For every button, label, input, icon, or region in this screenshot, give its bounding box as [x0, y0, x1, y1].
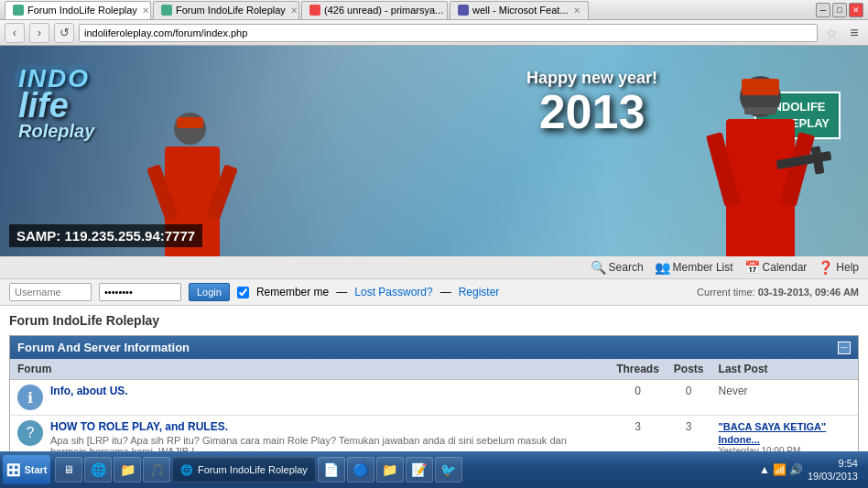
- tray-date: 19/03/2013: [808, 470, 858, 483]
- remember-me-label: Remember me: [256, 286, 329, 298]
- taskbar: ⊞ Start 🖥 🌐 📁 🎵 🌐 Forum IndoLife Rolepla…: [0, 451, 868, 488]
- last-post-cell-1: "BACA SAYA KETIGA" Indone... Yesterday 1…: [711, 416, 858, 452]
- username-input[interactable]: [9, 283, 92, 301]
- volume-tray-icon[interactable]: 🔊: [789, 463, 803, 476]
- tab-2[interactable]: Forum IndoLife Roleplay ✕: [153, 1, 299, 19]
- minimize-button[interactable]: ─: [816, 3, 830, 17]
- forum-name-cell-1: ? HOW TO ROLE PLAY, and RULES. Apa sih […: [10, 416, 609, 452]
- tab-favicon-3: [309, 5, 320, 16]
- tab-1[interactable]: Forum IndoLife Roleplay ✕: [5, 1, 151, 19]
- forward-button[interactable]: ›: [29, 23, 49, 43]
- browser-menu-icon[interactable]: ≡: [845, 24, 863, 42]
- tab-favicon-1: [13, 5, 24, 16]
- refresh-button[interactable]: ↺: [54, 23, 74, 43]
- login-button[interactable]: Login: [189, 283, 230, 301]
- samp-address: SAMP: 119.235.255.94:7777: [9, 224, 202, 247]
- threads-col-header: Threads: [609, 359, 667, 380]
- taskbar-forum-app[interactable]: 🌐 Forum IndoLife Roleplay: [172, 457, 316, 483]
- tab-favicon-4: [458, 5, 469, 16]
- tray-clock[interactable]: 9:54 19/03/2013: [808, 457, 858, 483]
- taskbar-app-5[interactable]: 📝: [406, 457, 433, 483]
- ie-button[interactable]: 🌐: [84, 457, 112, 483]
- posts-count-0: 0: [667, 380, 711, 416]
- page-title: Forum IndoLife Roleplay: [9, 313, 859, 328]
- taskbar-app-4[interactable]: 📁: [376, 457, 404, 483]
- tab-label-3: (426 unread) - primarsya...: [324, 5, 443, 16]
- show-desktop-button[interactable]: 🖥: [55, 457, 82, 483]
- last-post-cell-0: Never: [711, 380, 858, 416]
- section-header: Forum And Server Information ─: [10, 336, 858, 359]
- forum-col-header: Forum: [10, 359, 609, 380]
- search-icon: 🔍: [591, 260, 606, 275]
- member-list-icon: 👥: [655, 260, 670, 275]
- taskbar-app-label-1: Forum IndoLife Roleplay: [198, 464, 308, 475]
- table-header-row: Forum Threads Posts Last Post: [10, 359, 858, 380]
- explorer-button[interactable]: 📁: [114, 457, 141, 483]
- title-bar: Forum IndoLife Roleplay ✕ Forum IndoLife…: [0, 0, 868, 20]
- forum-table: Forum Threads Posts Last Post ℹ Info, ab…: [10, 359, 858, 451]
- tab-label-4: well - Microsot Feat...: [472, 5, 569, 16]
- table-row: ? HOW TO ROLE PLAY, and RULES. Apa sih […: [10, 416, 858, 452]
- last-post-link-1[interactable]: "BACA SAYA KETIGA" Indone...: [719, 421, 827, 445]
- section-title: Forum And Server Information: [17, 341, 190, 354]
- forum-name-1[interactable]: HOW TO ROLE PLAY, and RULES.: [50, 420, 228, 433]
- register-link[interactable]: Register: [459, 286, 500, 298]
- logo: INDO life Roleplay: [18, 64, 94, 142]
- calendar-nav-item[interactable]: 📅 Calendar: [744, 260, 808, 275]
- taskbar-app-6[interactable]: 🐦: [435, 457, 462, 483]
- taskbar-app-3[interactable]: 🔵: [347, 457, 374, 483]
- search-nav-item[interactable]: 🔍 Search: [591, 260, 644, 275]
- calendar-icon: 📅: [744, 260, 760, 275]
- forum-type-icon-0: ℹ: [17, 385, 43, 410]
- tray-icon-1[interactable]: ▲: [759, 463, 770, 476]
- forum-section: Forum And Server Information ─ Forum Thr…: [9, 335, 859, 451]
- close-button[interactable]: ✕: [849, 3, 863, 17]
- forum-desc-1: Apa sih [LRP itu? Apa sih RP itu? Gimana…: [50, 435, 602, 451]
- tab-close-4[interactable]: ✕: [573, 5, 580, 16]
- taskbar-app-2[interactable]: 📄: [318, 457, 345, 483]
- tab-close-1[interactable]: ✕: [142, 5, 149, 16]
- threads-count-0: 0: [609, 380, 667, 416]
- character-2: [726, 76, 795, 256]
- tab-label-1: Forum IndoLife Roleplay: [27, 5, 137, 16]
- last-post-never-0: Never: [719, 385, 748, 397]
- back-button[interactable]: ‹: [5, 23, 25, 43]
- lost-password-link[interactable]: Lost Password?: [354, 286, 432, 298]
- remember-me-checkbox[interactable]: [237, 287, 249, 298]
- happy-new-year-text: Happy new year! 2013: [526, 69, 657, 136]
- tray-time: 9:54: [808, 457, 858, 470]
- tab-3[interactable]: (426 unread) - primarsya... ✕: [301, 1, 448, 19]
- forum-banner: INDO life Roleplay Happy new year! 2013 …: [0, 46, 868, 256]
- help-icon: ❓: [818, 260, 833, 275]
- tab-close-2[interactable]: ✕: [290, 5, 298, 16]
- table-row: ℹ Info, about US. 0 0 Never: [10, 380, 858, 416]
- posts-count-1: 3: [667, 416, 711, 452]
- help-nav-item[interactable]: ❓ Help: [818, 260, 859, 275]
- section-collapse-button[interactable]: ─: [838, 342, 851, 354]
- network-tray-icon[interactable]: 📶: [773, 463, 787, 476]
- password-input[interactable]: [99, 283, 181, 301]
- maximize-button[interactable]: □: [832, 3, 847, 17]
- forum-name-cell-0: ℹ Info, about US.: [10, 380, 609, 416]
- address-bar[interactable]: [79, 24, 818, 42]
- tab-label-2: Forum IndoLife Roleplay: [176, 5, 286, 16]
- tab-4[interactable]: well - Microsot Feat... ✕: [450, 1, 589, 19]
- forum-name-0[interactable]: Info, about US.: [50, 385, 128, 397]
- member-list-nav-item[interactable]: 👥 Member List: [655, 260, 733, 275]
- tray-icons: ▲ 📶 🔊: [759, 463, 803, 476]
- browser-toolbar: ‹ › ↺ ☆ ≡: [0, 20, 868, 46]
- tab-favicon-2: [161, 5, 172, 16]
- last-post-col-header: Last Post: [711, 359, 858, 380]
- window-controls: ─ □ ✕: [816, 3, 863, 17]
- media-button[interactable]: 🎵: [143, 457, 170, 483]
- taskbar-app-icon-1: 🌐: [180, 464, 193, 476]
- forum-content: Forum IndoLife Roleplay Forum And Server…: [0, 306, 868, 451]
- start-button[interactable]: ⊞ Start: [3, 455, 50, 484]
- login-bar: Login Remember me — Lost Password? — Reg…: [0, 279, 868, 306]
- page-content: INDO life Roleplay Happy new year! 2013 …: [0, 46, 868, 451]
- system-tray: ▲ 📶 🔊 9:54 19/03/2013: [752, 457, 865, 483]
- posts-col-header: Posts: [667, 359, 711, 380]
- threads-count-1: 3: [609, 416, 667, 452]
- top-nav: 🔍 Search 👥 Member List 📅 Calendar ❓ Help: [0, 256, 868, 279]
- bookmark-icon[interactable]: ☆: [822, 24, 841, 42]
